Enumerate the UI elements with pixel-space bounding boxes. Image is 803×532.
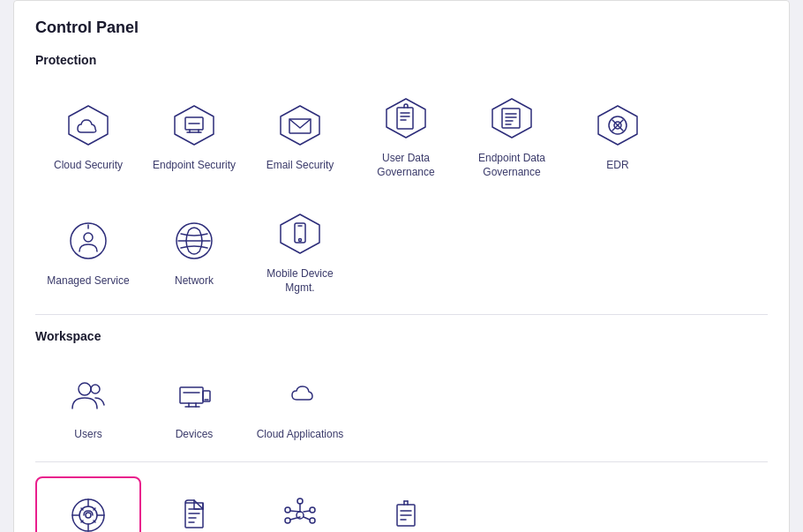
managed-service-item[interactable]: Managed Service xyxy=(35,197,141,305)
network-item[interactable]: Network xyxy=(141,197,247,305)
network-label: Network xyxy=(175,274,214,288)
mobile-device-mgmt-item[interactable]: Mobile Device Mgmt. xyxy=(247,197,353,305)
endpoint-security-label: Endpoint Security xyxy=(153,159,236,173)
email-security-icon xyxy=(274,99,326,152)
svg-point-32 xyxy=(299,239,302,242)
protection-section: Protection Cloud Security xyxy=(35,53,768,305)
svg-point-60 xyxy=(297,498,303,504)
network-icon xyxy=(168,214,221,267)
user-data-governance-icon xyxy=(379,92,432,145)
svg-point-34 xyxy=(79,383,91,395)
activity-logs-icon xyxy=(168,489,221,532)
svg-marker-14 xyxy=(492,99,531,138)
access-control-icon xyxy=(62,489,115,532)
endpoint-security-item[interactable]: Endpoint Security xyxy=(141,81,247,190)
cloud-security-item[interactable]: Cloud Security xyxy=(35,81,141,190)
edr-item[interactable]: EDR xyxy=(565,81,671,190)
email-security-label: Email Security xyxy=(266,159,334,173)
admin-section: Access Control Activity Logs xyxy=(35,476,768,532)
user-data-governance-label: User Data Governance xyxy=(362,152,450,179)
mobile-device-mgmt-icon xyxy=(274,207,326,260)
users-icon xyxy=(62,368,115,421)
svg-rect-10 xyxy=(397,108,413,129)
devices-icon xyxy=(168,368,221,421)
endpoint-security-icon xyxy=(168,99,221,152)
cloud-security-label: Cloud Security xyxy=(54,159,123,173)
svg-line-64 xyxy=(304,517,310,520)
endpoint-data-governance-label: Endpoint Data Governance xyxy=(468,152,556,179)
svg-point-45 xyxy=(86,513,91,518)
mobile-device-mgmt-label: Mobile Device Mgmt. xyxy=(256,267,344,295)
svg-rect-36 xyxy=(180,387,203,403)
cloud-applications-label: Cloud Applications xyxy=(257,428,344,442)
svg-line-61 xyxy=(290,511,300,512)
endpoint-data-governance-item[interactable]: Endpoint Data Governance xyxy=(459,81,565,190)
edr-label: EDR xyxy=(606,159,628,173)
workspace-section-title: Workspace xyxy=(35,329,768,343)
svg-point-57 xyxy=(285,518,290,523)
access-control-item[interactable]: Access Control xyxy=(35,476,141,532)
svg-marker-0 xyxy=(69,106,108,145)
svg-marker-1 xyxy=(175,106,214,145)
endpoint-data-governance-icon xyxy=(485,92,538,145)
protection-row-1: Cloud Security Endpoint Security xyxy=(35,81,768,190)
svg-marker-30 xyxy=(281,214,319,253)
user-data-governance-item[interactable]: User Data Governance xyxy=(353,81,459,190)
email-security-item[interactable]: Email Security xyxy=(247,81,353,190)
svg-point-26 xyxy=(84,233,93,242)
svg-point-35 xyxy=(91,385,100,393)
connectors-icon xyxy=(274,489,326,532)
admin-row-1: Access Control Activity Logs xyxy=(35,476,768,532)
control-panel: Control Panel Protection Cloud Security xyxy=(13,0,790,532)
svg-point-56 xyxy=(285,507,290,513)
protection-section-title: Protection xyxy=(35,53,768,67)
svg-marker-7 xyxy=(281,106,319,145)
reports-icon xyxy=(379,489,432,532)
svg-point-59 xyxy=(310,518,315,523)
connectors-item[interactable]: Connectors xyxy=(247,476,353,532)
protection-row-2: Managed Service Network xyxy=(35,197,768,305)
divider-1 xyxy=(35,314,768,315)
users-label: Users xyxy=(74,428,101,442)
managed-service-label: Managed Service xyxy=(47,274,129,288)
workspace-row-1: Users Devices xyxy=(35,357,768,453)
panel-title: Control Panel xyxy=(35,19,768,37)
reports-item[interactable]: Reports xyxy=(353,476,459,532)
workspace-section: Workspace Users xyxy=(35,329,768,453)
managed-service-icon xyxy=(62,214,115,267)
cloud-applications-item[interactable]: Cloud Applications xyxy=(247,357,353,453)
cloud-applications-icon xyxy=(274,368,326,421)
svg-line-63 xyxy=(304,511,310,512)
devices-label: Devices xyxy=(176,428,214,442)
activity-logs-item[interactable]: Activity Logs xyxy=(141,476,247,532)
devices-item[interactable]: Devices xyxy=(141,357,247,453)
cloud-security-icon xyxy=(62,99,115,152)
users-item[interactable]: Users xyxy=(35,357,141,453)
svg-point-58 xyxy=(310,507,315,513)
edr-icon xyxy=(591,99,644,152)
divider-2 xyxy=(35,461,768,462)
